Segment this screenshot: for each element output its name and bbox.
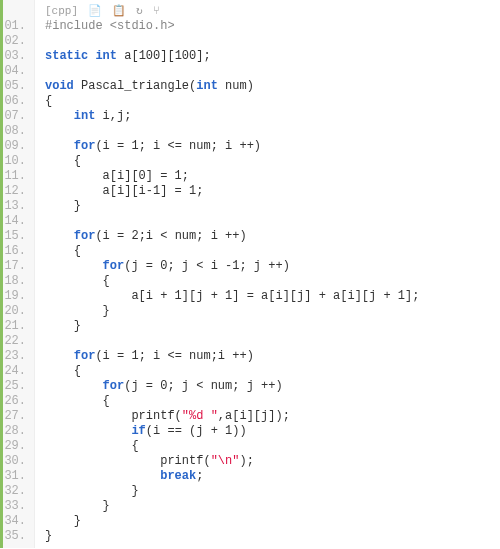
- line-number: 33.: [3, 499, 26, 514]
- code-line: for(i = 2;i < num; i ++): [45, 229, 500, 244]
- code-line: if(i == (j + 1)): [45, 424, 500, 439]
- code-line: a[i][i-1] = 1;: [45, 184, 500, 199]
- line-number: 19.: [3, 289, 26, 304]
- code-area[interactable]: [cpp] 📄 📋 ↻ ⑂ #include <stdio.h> static …: [35, 0, 500, 548]
- reload-icon[interactable]: ↻: [136, 4, 143, 19]
- code-line: }: [45, 304, 500, 319]
- code-line: for(j = 0; j < num; j ++): [45, 379, 500, 394]
- code-line: [45, 124, 500, 139]
- code-line: printf("\n");: [45, 454, 500, 469]
- line-number: 22.: [3, 334, 26, 349]
- code-line: {: [45, 244, 500, 259]
- gutter-spacer: [3, 4, 26, 19]
- toolbar-icons: 📄 📋 ↻ ⑂: [88, 4, 160, 19]
- line-number: 17.: [3, 259, 26, 274]
- copy-icon[interactable]: 📄: [88, 4, 102, 19]
- line-number: 10.: [3, 154, 26, 169]
- line-number: 23.: [3, 349, 26, 364]
- line-number: 14.: [3, 214, 26, 229]
- code-line: printf("%d ",a[i][j]);: [45, 409, 500, 424]
- line-number: 34.: [3, 514, 26, 529]
- line-number: 30.: [3, 454, 26, 469]
- line-number: 25.: [3, 379, 26, 394]
- code-line: }: [45, 529, 500, 544]
- code-line: {: [45, 94, 500, 109]
- line-number: 18.: [3, 274, 26, 289]
- line-number: 20.: [3, 304, 26, 319]
- line-number: 11.: [3, 169, 26, 184]
- code-line: }: [45, 199, 500, 214]
- line-number-gutter: 01. 02. 03. 04. 05. 06. 07. 08. 09. 10. …: [3, 0, 35, 548]
- code-line: {: [45, 439, 500, 454]
- line-number: 07.: [3, 109, 26, 124]
- branch-icon[interactable]: ⑂: [153, 4, 160, 19]
- line-number: 05.: [3, 79, 26, 94]
- line-number: 12.: [3, 184, 26, 199]
- line-number: 32.: [3, 484, 26, 499]
- line-number: 24.: [3, 364, 26, 379]
- code-line: static int a[100][100];: [45, 49, 500, 64]
- code-line: break;: [45, 469, 500, 484]
- code-line: #include <stdio.h>: [45, 19, 500, 34]
- code-line: {: [45, 394, 500, 409]
- code-line: void Pascal_triangle(int num): [45, 79, 500, 94]
- line-number: 01.: [3, 19, 26, 34]
- code-line: {: [45, 154, 500, 169]
- code-line: }: [45, 499, 500, 514]
- line-number: 04.: [3, 64, 26, 79]
- code-line: }: [45, 484, 500, 499]
- line-number: 03.: [3, 49, 26, 64]
- line-number: 28.: [3, 424, 26, 439]
- code-line: a[i][0] = 1;: [45, 169, 500, 184]
- line-number: 35.: [3, 529, 26, 544]
- code-line: [45, 214, 500, 229]
- code-line: {: [45, 364, 500, 379]
- code-line: for(j = 0; j < i -1; j ++): [45, 259, 500, 274]
- line-number: 31.: [3, 469, 26, 484]
- code-line: for(i = 1; i <= num; i ++): [45, 139, 500, 154]
- code-line: a[i + 1][j + 1] = a[i][j] + a[i][j + 1];: [45, 289, 500, 304]
- code-line: }: [45, 319, 500, 334]
- code-line: [45, 34, 500, 49]
- code-line: [45, 64, 500, 79]
- language-label: [cpp]: [45, 4, 78, 19]
- line-number: 27.: [3, 409, 26, 424]
- code-line: {: [45, 274, 500, 289]
- line-number: 15.: [3, 229, 26, 244]
- line-number: 06.: [3, 94, 26, 109]
- line-number: 08.: [3, 124, 26, 139]
- code-line: [45, 334, 500, 349]
- code-block: 01. 02. 03. 04. 05. 06. 07. 08. 09. 10. …: [0, 0, 500, 548]
- code-line: int i,j;: [45, 109, 500, 124]
- code-toolbar: [cpp] 📄 📋 ↻ ⑂: [45, 4, 500, 19]
- line-number: 09.: [3, 139, 26, 154]
- line-number: 21.: [3, 319, 26, 334]
- code-line: }: [45, 514, 500, 529]
- line-number: 26.: [3, 394, 26, 409]
- line-number: 13.: [3, 199, 26, 214]
- code-line: for(i = 1; i <= num;i ++): [45, 349, 500, 364]
- line-number: 02.: [3, 34, 26, 49]
- line-number: 16.: [3, 244, 26, 259]
- line-number: 29.: [3, 439, 26, 454]
- clipboard-icon[interactable]: 📋: [112, 4, 126, 19]
